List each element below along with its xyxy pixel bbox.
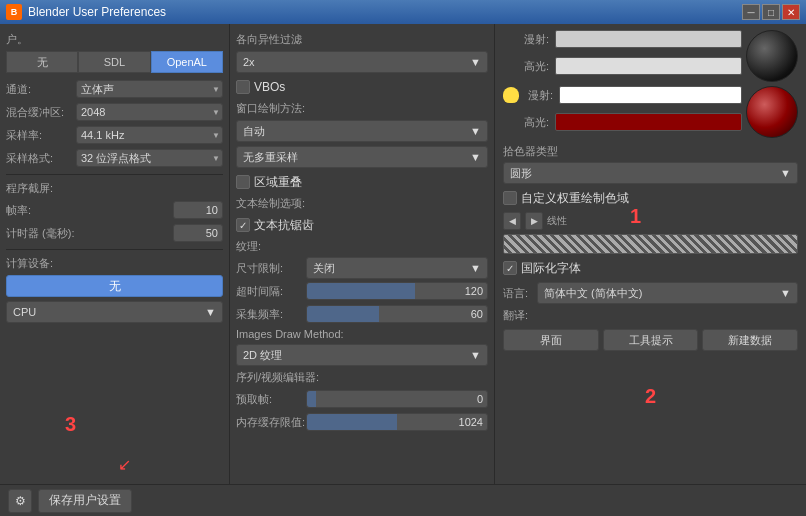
anisotropy-value: 2x xyxy=(243,56,255,68)
anisotropy-dropdown[interactable]: 2x ▼ xyxy=(236,51,488,73)
minimize-button[interactable]: ─ xyxy=(742,4,760,20)
texture-label: 纹理: xyxy=(236,239,488,254)
title-bar: B Blender User Preferences ─ □ ✕ xyxy=(0,0,806,24)
gradient-prev-btn[interactable]: ◀ xyxy=(503,212,521,230)
prefetch-row: 预取帧: 0 xyxy=(236,389,488,409)
bulb-placeholder3 xyxy=(503,115,517,129)
window-controls: ─ □ ✕ xyxy=(742,4,800,20)
tab-none[interactable]: 无 xyxy=(6,51,78,73)
language-value: 简体中文 (简体中文) xyxy=(544,286,642,301)
vbo-checkbox[interactable] xyxy=(236,80,250,94)
image-draw-dropdown[interactable]: 2D 纹理 ▼ xyxy=(236,344,488,366)
save-settings-button[interactable]: 保存用户设置 xyxy=(38,489,132,513)
freq-value: 60 xyxy=(471,308,483,320)
tab-openal[interactable]: OpenAL xyxy=(151,51,223,73)
prefetch-label: 预取帧: xyxy=(236,392,306,407)
light2-diffuse-row: 漫射: xyxy=(503,86,742,104)
light1-section: 漫射: 高光: xyxy=(503,30,798,82)
image-draw-value: 2D 纹理 xyxy=(243,348,282,363)
freq-label: 采集频率: xyxy=(236,307,306,322)
save-settings-label: 保存用户设置 xyxy=(49,492,121,509)
gradient-next-btn[interactable]: ▶ xyxy=(525,212,543,230)
light2-specular-row: 高光: xyxy=(503,113,742,131)
compute-none-button[interactable]: 无 xyxy=(6,275,223,297)
language-dropdown[interactable]: 简体中文 (简体中文) ▼ xyxy=(537,282,798,304)
picker-type-label: 拾色器类型 xyxy=(503,144,798,159)
antialias-checkbox[interactable] xyxy=(236,218,250,232)
picker-section: 拾色器类型 圆形 ▼ 自定义权重绘制色域 ◀ ▶ 线性 xyxy=(503,144,798,254)
region-row: 区域重叠 xyxy=(236,172,488,192)
gradient-arrows-row: ◀ ▶ 线性 xyxy=(503,212,798,230)
texture-limit-value: 关闭 xyxy=(313,261,335,276)
framerate-label: 帧率: xyxy=(6,203,173,218)
gradient-preview-bar xyxy=(503,234,798,254)
picker-dropdown[interactable]: 圆形 ▼ xyxy=(503,162,798,184)
sampleformat-row: 采样格式: 32 位浮点格式 ▼ xyxy=(6,148,223,168)
light1-specular-swatch[interactable] xyxy=(555,57,742,75)
app-icon: B xyxy=(6,4,22,20)
vbo-row: VBOs xyxy=(236,77,488,97)
tab-sdl[interactable]: SDL xyxy=(78,51,150,73)
memory-input[interactable]: 1024 xyxy=(306,413,488,431)
window-method-arrow-icon: ▼ xyxy=(470,125,481,137)
vbo-label: VBOs xyxy=(254,80,285,94)
texture-limit-dropdown[interactable]: 关闭 ▼ xyxy=(306,257,488,279)
custom-weight-checkbox[interactable] xyxy=(503,191,517,205)
light2-specular-swatch[interactable] xyxy=(555,113,742,131)
bulb-icon xyxy=(503,87,519,103)
light1-specular-row: 高光: xyxy=(503,57,742,75)
intl-font-checkbox[interactable] xyxy=(503,261,517,275)
sampleformat-value[interactable]: 32 位浮点格式 ▼ xyxy=(76,149,223,167)
memory-value: 1024 xyxy=(459,416,483,428)
text-render-label: 文本绘制选项: xyxy=(236,196,488,211)
texture-limit-label: 尺寸限制: xyxy=(236,261,306,276)
antialias-label: 文本抗锯齿 xyxy=(254,217,314,234)
buffer-row: 混合缓冲区: 2048 ▼ xyxy=(6,102,223,122)
maximize-button[interactable]: □ xyxy=(762,4,780,20)
custom-weight-row: 自定义权重绘制色域 xyxy=(503,188,798,208)
samplerate-label: 采样率: xyxy=(6,128,76,143)
channel-value[interactable]: 立体声 ▼ xyxy=(76,80,223,98)
region-label: 区域重叠 xyxy=(254,174,302,191)
memory-label: 内存缓存限值: xyxy=(236,415,306,430)
timer-value[interactable]: 50 xyxy=(173,224,223,242)
light2-diffuse-swatch[interactable] xyxy=(559,86,742,104)
ui-btn[interactable]: 界面 xyxy=(503,329,599,351)
newdata-btn[interactable]: 新建数据 xyxy=(702,329,798,351)
prefetch-input[interactable]: 0 xyxy=(306,390,488,408)
sampleformat-arrow: ▼ xyxy=(212,154,220,163)
bulb-placeholder2 xyxy=(503,59,517,73)
language-row: 语言: 简体中文 (简体中文) ▼ xyxy=(503,282,798,304)
section-label-top: 户。 xyxy=(6,32,223,47)
settings-icon-btn[interactable]: ⚙ xyxy=(8,489,32,513)
buffer-value[interactable]: 2048 ▼ xyxy=(76,103,223,121)
light2-specular-label: 高光: xyxy=(523,115,549,130)
language-arrow-icon: ▼ xyxy=(780,287,791,299)
samplerate-row: 采样率: 44.1 kHz ▼ xyxy=(6,125,223,145)
intl-font-row: 国际化字体 xyxy=(503,258,798,278)
screenshot-label: 程序截屏: xyxy=(6,181,223,196)
cpu-dropdown[interactable]: CPU ▼ xyxy=(6,301,223,323)
timer-row: 计时器 (毫秒): 50 xyxy=(6,223,223,243)
close-button[interactable]: ✕ xyxy=(782,4,800,20)
language-label: 语言: xyxy=(503,286,533,301)
light2-section: 漫射: 高光: xyxy=(503,86,798,138)
gradient-label: 线性 xyxy=(547,214,567,228)
multisample-dropdown[interactable]: 无多重采样 ▼ xyxy=(236,146,488,168)
bottom-bar: ⚙ 保存用户设置 xyxy=(0,484,806,516)
window-method-dropdown[interactable]: 自动 ▼ xyxy=(236,120,488,142)
timeout-value: 120 xyxy=(465,285,483,297)
cpu-arrow-icon: ▼ xyxy=(205,306,216,318)
samplerate-value[interactable]: 44.1 kHz ▼ xyxy=(76,126,223,144)
tooltip-btn[interactable]: 工具提示 xyxy=(603,329,699,351)
anisotropy-label: 各向异性过滤 xyxy=(236,32,488,47)
samplerate-arrow: ▼ xyxy=(212,131,220,140)
light1-diffuse-swatch[interactable] xyxy=(555,30,742,48)
region-checkbox[interactable] xyxy=(236,175,250,189)
bulb-placeholder xyxy=(503,32,517,46)
framerate-value[interactable]: 10 xyxy=(173,201,223,219)
timeout-input[interactable]: 120 xyxy=(306,282,488,300)
image-draw-arrow-icon: ▼ xyxy=(470,349,481,361)
light1-diffuse-label: 漫射: xyxy=(523,32,549,47)
freq-input[interactable]: 60 xyxy=(306,305,488,323)
